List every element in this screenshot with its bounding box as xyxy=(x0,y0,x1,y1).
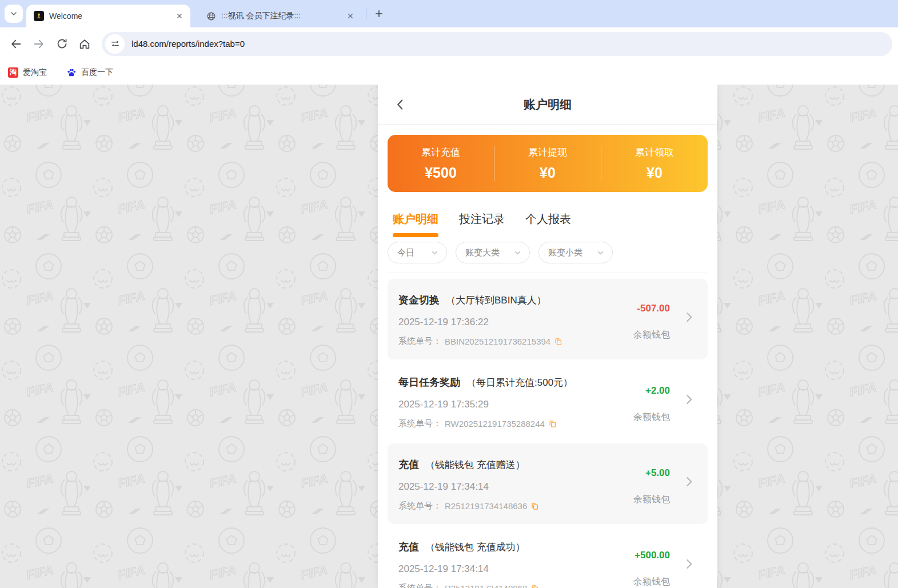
back-button[interactable] xyxy=(6,34,26,54)
account-detail-panel: 账户明细 累计充值¥500累计提现¥0累计领取¥0 账户明细投注记录个人报表 今… xyxy=(378,85,717,588)
transaction-wallet: 余额钱包 xyxy=(633,494,670,506)
home-button[interactable] xyxy=(74,34,95,54)
order-label: 系统单号： xyxy=(398,336,441,347)
welcome-favicon-icon xyxy=(33,10,45,22)
tab-close-icon[interactable] xyxy=(174,11,185,21)
chevron-right-icon[interactable] xyxy=(681,310,696,325)
browser-toolbar: ld48.com/reports/index?tab=0 xyxy=(0,27,898,60)
order-label: 系统单号： xyxy=(398,418,441,429)
filter-dropdown[interactable]: 今日 xyxy=(388,242,447,263)
transaction-type: 充值 xyxy=(398,540,419,554)
transaction-title-row: 每日任务奖励（每日累计充值:500元） xyxy=(398,375,668,389)
transaction-wallet: 余额钱包 xyxy=(633,329,670,341)
arrow-left-icon xyxy=(10,38,22,50)
arrow-right-icon xyxy=(33,38,45,50)
transaction-right: +5.00余额钱包 xyxy=(633,467,670,506)
filter-dropdown[interactable]: 账变大类 xyxy=(456,242,530,263)
transaction-row[interactable]: 充值（钱能钱包 充值赠送）2025-12-19 17:34:14系统单号：R25… xyxy=(388,443,708,524)
baidu-paw-icon xyxy=(66,67,77,78)
tab-divider xyxy=(366,8,366,19)
copy-icon[interactable] xyxy=(530,502,539,510)
transaction-right: +500.00余额钱包 xyxy=(633,550,670,588)
reload-button[interactable] xyxy=(51,34,72,54)
bookmarks-bar: 淘 爱淘宝 百度一下 xyxy=(0,60,898,85)
globe-icon xyxy=(205,10,217,22)
transaction-subtitle: （钱能钱包 充值成功） xyxy=(425,541,525,554)
tab-title: Welcome xyxy=(49,11,170,21)
transaction-row[interactable]: 每日任务奖励（每日累计充值:500元）2025-12-19 17:35:29系统… xyxy=(388,361,708,442)
url-bar[interactable]: ld48.com/reports/index?tab=0 xyxy=(102,32,892,56)
page-content: FIFA 账户明细 累计充值¥500累计提现¥0累计领取¥0 账户明细投注记录个… xyxy=(0,85,898,588)
order-label: 系统单号： xyxy=(398,501,441,511)
transaction-type: 充值 xyxy=(398,458,419,471)
tab-close-icon[interactable] xyxy=(345,11,356,21)
summary-stat-value: ¥500 xyxy=(425,165,457,181)
bookmark-baidu[interactable]: 百度一下 xyxy=(66,67,113,78)
transaction-order: 系统单号：RW202512191735288244 xyxy=(398,418,668,429)
tab-search-button[interactable] xyxy=(5,5,23,23)
copy-icon[interactable] xyxy=(554,337,562,346)
forward-button[interactable] xyxy=(29,34,49,54)
tab-item[interactable]: 投注记录 xyxy=(459,211,505,237)
transaction-wallet: 余额钱包 xyxy=(633,576,670,588)
summary-stat-label: 累计领取 xyxy=(635,146,674,159)
new-tab-button[interactable] xyxy=(371,6,387,22)
summary-stat-label: 累计充值 xyxy=(421,146,460,159)
transaction-amount: +2.00 xyxy=(633,385,670,397)
chevron-down-icon xyxy=(513,249,522,257)
summary-card: 累计充值¥500累计提现¥0累计领取¥0 xyxy=(388,135,708,192)
report-tabs: 账户明细投注记录个人报表 xyxy=(388,211,708,237)
summary-stat-value: ¥0 xyxy=(540,165,556,181)
transaction-list: 资金切换（大厅转到BBIN真人）2025-12-19 17:36:22系统单号：… xyxy=(378,279,717,588)
order-number: R2512191734140068 xyxy=(445,583,527,588)
transaction-datetime: 2025-12-19 17:36:22 xyxy=(398,317,668,328)
back-chevron-icon[interactable] xyxy=(393,97,408,112)
url-text: ld48.com/reports/index?tab=0 xyxy=(131,39,245,49)
summary-stat-label: 累计提现 xyxy=(528,146,567,159)
browser-tab-records[interactable]: :::视讯 会员下注纪录::: xyxy=(198,5,361,27)
order-number: R2512191734148636 xyxy=(445,501,527,511)
filter-row: 今日账变大类账变小类 xyxy=(388,242,708,273)
copy-icon[interactable] xyxy=(548,419,557,428)
transaction-row[interactable]: 充值（钱能钱包 充值成功）2025-12-19 17:34:14系统单号：R25… xyxy=(388,526,708,588)
transaction-amount: +500.00 xyxy=(633,550,670,561)
chevron-down-icon xyxy=(9,9,18,18)
order-number: RW202512191735288244 xyxy=(445,419,545,429)
summary-stat: 累计充值¥500 xyxy=(388,146,494,181)
bookmark-label: 爱淘宝 xyxy=(23,67,47,78)
plus-icon xyxy=(374,9,384,19)
bookmark-aitaobao[interactable]: 淘 爱淘宝 xyxy=(8,67,47,78)
transaction-type: 资金切换 xyxy=(398,293,440,307)
transaction-title-row: 充值（钱能钱包 充值成功） xyxy=(398,540,668,554)
site-info-icon[interactable] xyxy=(105,34,125,54)
tab-active[interactable]: 账户明细 xyxy=(393,211,438,237)
filter-dropdown[interactable]: 账变小类 xyxy=(538,242,613,263)
summary-stat: 累计提现¥0 xyxy=(494,146,601,181)
bookmark-label: 百度一下 xyxy=(81,67,113,78)
transaction-datetime: 2025-12-19 17:34:14 xyxy=(398,481,668,493)
transaction-amount: +5.00 xyxy=(633,467,670,479)
browser-tab-welcome[interactable]: Welcome xyxy=(26,5,190,27)
transaction-subtitle: （大厅转到BBIN真人） xyxy=(446,294,546,307)
copy-icon[interactable] xyxy=(530,584,539,588)
page-title: 账户明细 xyxy=(524,97,572,113)
tab-title: :::视讯 会员下注纪录::: xyxy=(221,11,341,21)
transaction-title-row: 充值（钱能钱包 充值赠送） xyxy=(398,458,668,471)
transaction-order: 系统单号：R2512191734148636 xyxy=(398,501,668,511)
order-number: BBIN202512191736215394 xyxy=(445,337,550,346)
transaction-datetime: 2025-12-19 17:35:29 xyxy=(398,399,668,410)
chevron-right-icon[interactable] xyxy=(681,557,696,571)
order-label: 系统单号： xyxy=(398,583,441,588)
transaction-amount: -507.00 xyxy=(633,303,670,314)
summary-stat-value: ¥0 xyxy=(646,165,662,181)
home-icon xyxy=(78,38,91,50)
chevron-down-icon xyxy=(430,249,439,257)
transaction-wallet: 余额钱包 xyxy=(633,411,670,423)
tab-item[interactable]: 个人报表 xyxy=(525,211,571,237)
chevron-right-icon[interactable] xyxy=(681,474,696,489)
panel-header: 账户明细 xyxy=(378,85,717,125)
transaction-row[interactable]: 资金切换（大厅转到BBIN真人）2025-12-19 17:36:22系统单号：… xyxy=(388,279,708,359)
chevron-right-icon[interactable] xyxy=(681,392,696,407)
taobao-icon: 淘 xyxy=(8,67,18,78)
transaction-subtitle: （钱能钱包 充值赠送） xyxy=(425,458,525,471)
